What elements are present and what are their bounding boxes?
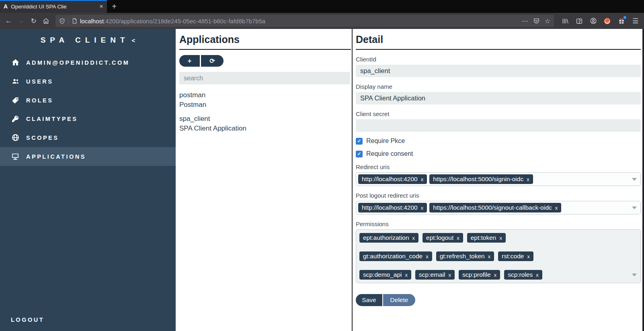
tag-remove-icon[interactable]: x [421,176,424,182]
sidebar-item-account[interactable]: ADMIN@OPENIDDICT.COM [0,53,176,72]
detail-heading: Detail [356,34,641,45]
url-path: :4200/applications/218de245-05ec-4851-b6… [104,18,265,25]
tag: https://localhost:5000/signin-oidcx [429,174,533,184]
url-host: localhost [80,18,104,25]
sidebar-item-label: CLAIMTYPES [26,116,78,122]
require-pkce-checkbox[interactable]: ✓ [356,138,363,145]
new-tab-button[interactable]: + [107,0,121,13]
sidebar-item-label: USERS [26,78,53,85]
whats-new-gift-icon[interactable] [615,15,628,27]
tag-remove-icon[interactable]: x [527,253,530,259]
redirect-uris-input[interactable]: http://localhost:4200x https://localhost… [356,172,641,186]
tab-close-icon[interactable]: ✕ [99,4,103,9]
tag-remove-icon[interactable]: x [555,205,558,211]
application-display-name: SPA Client Application [179,124,351,133]
home-icon [43,18,49,25]
tag-remove-icon[interactable]: x [457,235,459,241]
application-list-item[interactable]: postman Postman [179,90,351,110]
dropdown-arrow-icon[interactable] [632,274,637,276]
tag-remove-icon[interactable]: x [448,272,451,278]
sidebar-collapse-icon[interactable]: < [132,37,135,44]
sidebar-item-scopes[interactable]: SCOPES [0,128,176,147]
browser-toolbar: ← → ↻ localhost:4200/applications/218de2… [0,13,644,29]
applications-list: postman Postman spa_client SPA Client Ap… [179,90,351,133]
require-consent-checkbox[interactable]: ✓ [356,151,363,157]
add-application-button[interactable]: + [179,55,200,67]
tag-remove-icon[interactable]: x [426,253,429,259]
menu-hamburger-icon[interactable]: ☰ [629,15,642,27]
tag-remove-icon[interactable]: x [499,235,502,241]
logout-button[interactable]: LOGOUT [11,317,44,323]
tag-remove-icon[interactable]: x [494,272,497,278]
tag: http://localhost:4200x [358,174,427,184]
applications-heading: Applications [179,34,351,45]
application-display-name: Postman [179,100,351,110]
tag-remove-icon[interactable]: x [488,253,491,259]
globe-icon [11,134,20,141]
require-pkce-label: Require Pkce [366,137,405,145]
browser-tab[interactable]: A OpenIddict UI SPA Clie ✕ [0,0,107,13]
tag-remove-icon[interactable]: x [412,235,415,241]
tag: ept:authorizationx [359,233,418,243]
save-button[interactable]: Save [356,294,382,306]
detail-panel: Detail ClientId Display name Client secr… [353,29,644,331]
page-content: SPA CLIENT< ADMIN@OPENIDDICT.COM USERS R… [0,29,644,331]
account-icon[interactable] [587,15,599,27]
page-actions-icon[interactable]: ⋯ [522,17,528,25]
sidebar-item-label: ROLES [26,97,53,104]
url-text[interactable]: localhost:4200/applications/218de245-05e… [80,18,517,25]
home-icon [11,59,20,66]
search-input[interactable] [179,72,350,84]
require-consent-label: Require consent [366,150,413,157]
tag: scp:profilex [459,270,500,280]
desktop-icon [11,153,20,160]
post-logout-redirect-uris-input[interactable]: http://localhost:4200x https://localhost… [356,201,641,215]
dropdown-arrow-icon[interactable] [632,178,637,181]
clientid-field[interactable] [356,65,641,77]
application-client-id: spa_client [179,114,351,124]
home-button[interactable] [40,15,52,27]
url-bar[interactable]: localhost:4200/applications/218de245-05e… [55,15,554,27]
browser-tab-bar: A OpenIddict UI SPA Clie ✕ + [0,0,644,13]
dropdown-arrow-icon[interactable] [632,206,637,209]
applications-toolbar: + ⟳ [179,55,351,67]
duckduckgo-icon[interactable] [601,15,613,27]
library-icon[interactable] [559,15,571,27]
application-client-id: postman [179,90,351,100]
tag-remove-icon[interactable]: x [405,272,408,278]
application-list-item[interactable]: spa_client SPA Client Application [179,114,351,133]
require-consent-row[interactable]: ✓ Require consent [356,150,641,157]
tag-remove-icon[interactable]: x [536,272,539,278]
tag: gt:refresh_tokenx [436,251,494,261]
key-icon [11,115,20,123]
display-name-label: Display name [356,83,641,90]
pocket-icon[interactable] [533,18,540,25]
tag-remove-icon[interactable]: x [421,205,424,211]
reload-button[interactable]: ↻ [27,15,40,27]
back-button[interactable]: ← [2,15,15,27]
tag: ept:tokenx [467,233,506,243]
require-pkce-row[interactable]: ✓ Require Pkce [356,137,641,145]
sidebar-item-users[interactable]: USERS [0,72,176,91]
bookmark-star-icon[interactable]: ☆ [545,17,550,25]
permissions-input[interactable]: ept:authorizationx ept:logoutx ept:token… [356,229,641,283]
tag-remove-icon[interactable]: x [527,176,529,182]
sidebar-item-applications[interactable]: APPLICATIONS [0,147,176,166]
sidebar-nav: ADMIN@OPENIDDICT.COM USERS ROLES CLAIMTY… [0,53,176,166]
sidebar-item-claimtypes[interactable]: CLAIMTYPES [0,110,176,128]
tag: gt:authorization_codex [359,251,432,261]
delete-button[interactable]: Delete [383,294,415,306]
tag: rst:codex [498,251,533,261]
sidebar-item-roles[interactable]: ROLES [0,91,176,110]
clientid-label: ClientId [356,56,641,63]
refresh-button[interactable]: ⟳ [201,55,224,67]
sidebar-item-label: ADMIN@OPENIDDICT.COM [26,59,129,66]
client-secret-field[interactable] [356,119,641,132]
users-icon [11,78,20,85]
permissions-label: Permissions [356,221,641,227]
display-name-field[interactable] [356,92,641,104]
toolbar-right-icons: ☰ [559,15,642,27]
sidebar-toggle-icon[interactable] [573,15,585,27]
forward-button[interactable]: → [15,15,27,27]
app-title-text: SPA CLIENT [41,36,129,44]
